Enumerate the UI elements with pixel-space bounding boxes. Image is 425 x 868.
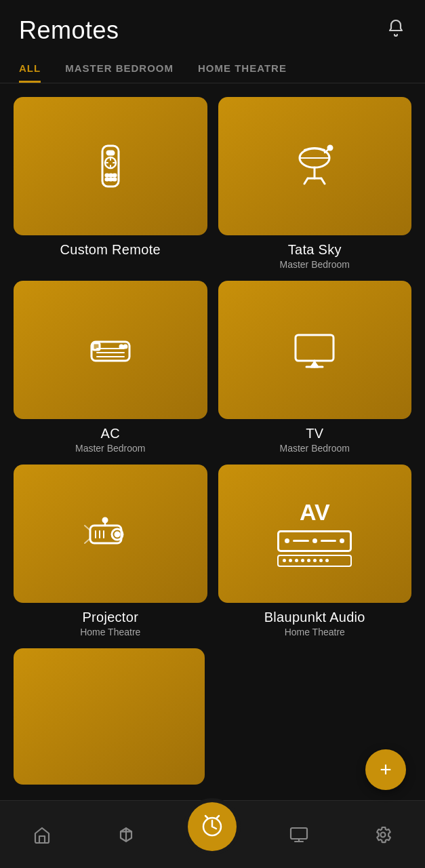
nav-home[interactable] [20,820,64,850]
plus-icon: + [380,758,392,781]
svg-point-27 [124,345,127,348]
clock-icon [199,814,225,840]
remote-subtitle-tata-sky: Master Bedroom [280,259,350,270]
ac-icon [83,323,138,377]
page-title: Remotes [19,16,119,45]
partial-card[interactable] [14,648,205,785]
remote-title-tata-sky: Tata Sky [288,242,342,258]
svg-rect-25 [93,343,100,350]
svg-rect-9 [106,178,108,180]
box-icon [117,825,136,844]
nav-clock-center[interactable] [188,802,237,851]
svg-marker-31 [311,362,318,367]
remote-projector[interactable]: Projector Home Theatre [14,465,207,637]
card-blaupunkt-audio: AV [218,465,412,603]
svg-rect-6 [106,174,108,176]
av-text: AV [300,500,330,524]
svg-line-18 [321,178,325,184]
satellite-icon [287,139,342,193]
remote-blaupunkt-audio[interactable]: AV [218,465,412,637]
remote-title-projector: Projector [82,610,138,625]
svg-rect-47 [291,828,307,839]
card-custom-remote [14,97,207,235]
card-ac [14,281,207,419]
svg-point-26 [120,345,123,348]
bottom-nav [0,800,425,868]
remote-title-ac: AC [101,426,120,441]
partial-row [0,648,425,785]
monitor-icon [289,825,308,844]
svg-line-38 [85,526,90,530]
svg-point-41 [103,518,107,522]
svg-rect-12 [107,151,114,155]
svg-rect-8 [113,174,116,176]
remote-title-tv: TV [306,426,323,441]
svg-line-17 [304,178,308,184]
tab-all[interactable]: ALL [19,56,41,83]
remote-subtitle-projector: Home Theatre [80,627,140,637]
remotes-grid: Custom Remote Tata Sky Master Bedroom [0,97,425,637]
nav-monitor[interactable] [277,820,321,850]
svg-rect-11 [113,178,116,180]
remote-custom-remote[interactable]: Custom Remote [14,97,207,270]
remote-ac[interactable]: AC Master Bedroom [14,281,207,454]
remote-subtitle-blaupunkt-audio: Home Theatre [285,627,345,637]
remote-icon [83,139,138,193]
remote-title-custom-remote: Custom Remote [60,242,161,258]
card-tata-sky [218,97,412,235]
svg-line-45 [205,816,207,818]
svg-point-20 [328,146,332,150]
nav-settings[interactable] [361,820,405,850]
tab-master-bedroom[interactable]: MASTER BEDROOM [65,56,174,83]
nav-box[interactable] [104,820,148,850]
notification-bell-icon[interactable] [386,18,406,43]
tab-home-theatre[interactable]: HOME THEATRE [198,56,287,83]
svg-line-39 [85,538,90,543]
svg-rect-7 [109,174,112,176]
add-remote-fab[interactable]: + [365,749,406,790]
av-device-icon: AV [277,500,352,567]
tab-bar: ALL MASTER BEDROOM HOME THEATRE [0,56,425,83]
home-icon [33,825,52,844]
svg-line-46 [217,816,219,818]
card-tv [218,281,412,419]
settings-icon [373,825,392,844]
svg-point-34 [115,532,119,536]
svg-rect-28 [296,335,333,361]
remote-tata-sky[interactable]: Tata Sky Master Bedroom [218,97,412,270]
remote-subtitle-tv: Master Bedroom [280,443,350,454]
card-projector [14,465,207,603]
remote-title-blaupunkt-audio: Blaupunkt Audio [264,610,365,625]
svg-rect-10 [109,178,112,180]
svg-point-50 [381,832,386,837]
header: Remotes [0,0,425,56]
remote-tv[interactable]: TV Master Bedroom [218,281,412,454]
projector-icon [83,507,138,561]
tv-icon [287,323,342,377]
remote-subtitle-ac: Master Bedroom [75,443,145,454]
